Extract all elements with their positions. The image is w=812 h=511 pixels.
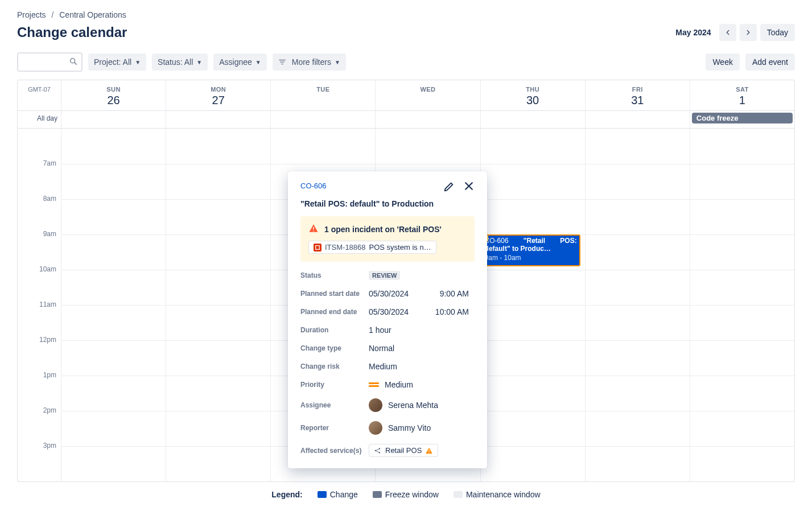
day-number: 1 — [690, 94, 794, 107]
field-value: 1 hour — [369, 325, 391, 335]
svg-rect-3 — [316, 245, 320, 249]
today-button[interactable]: Today — [760, 24, 795, 41]
incident-link[interactable]: ITSM-18868 POS system is n… — [308, 241, 436, 254]
time-label: 9am — [18, 230, 61, 265]
svg-rect-8 — [429, 452, 430, 452]
month-label: May 2024 — [675, 28, 711, 37]
field-value: Medium — [385, 380, 413, 389]
day-name: TUE — [271, 86, 375, 93]
day-name: MON — [166, 86, 270, 93]
week-button[interactable]: Week — [706, 53, 740, 71]
field-value: 05/30/2024 — [369, 289, 409, 298]
svg-rect-7 — [429, 450, 430, 452]
field-label: Affected service(s) — [300, 447, 369, 455]
field-label: Status — [300, 271, 369, 279]
assignee-filter[interactable]: Assignee▼ — [213, 53, 267, 71]
incident-title: POS system is n… — [369, 243, 431, 252]
legend-item-freeze: Freeze window — [373, 490, 439, 499]
svg-point-4 — [375, 450, 376, 451]
search-input[interactable] — [22, 57, 69, 67]
day-number: 30 — [481, 94, 585, 107]
close-icon[interactable] — [463, 180, 475, 195]
time-label: 8am — [18, 195, 61, 230]
day-name: SAT — [690, 86, 794, 93]
svg-point-0 — [71, 58, 75, 63]
chevron-right-icon — [744, 28, 752, 36]
time-label: 1pm — [18, 371, 61, 406]
field-value: Serena Mehta — [388, 401, 438, 410]
prev-button[interactable] — [719, 24, 736, 41]
svg-point-5 — [379, 448, 380, 449]
priority-medium-icon — [369, 382, 379, 387]
timezone-label: GMT-07 — [18, 80, 61, 110]
time-label: 11am — [18, 300, 61, 336]
time-label: 2pm — [18, 406, 61, 442]
field-value: Normal — [369, 344, 394, 353]
field-label: Planned end date — [300, 308, 369, 316]
time-label: 3pm — [18, 442, 61, 477]
status-filter[interactable]: Status: All▼ — [152, 53, 208, 71]
status-badge: REVIEW — [369, 271, 400, 280]
share-icon — [374, 447, 382, 455]
next-button[interactable] — [740, 24, 757, 41]
field-label: Priority — [300, 381, 369, 389]
search-input-wrap[interactable] — [17, 52, 83, 72]
legend-label: Legend: — [271, 490, 302, 499]
chevron-left-icon — [724, 28, 732, 36]
project-filter[interactable]: Project: All▼ — [88, 53, 146, 71]
event-popover: CO-606 "Retail POS: default" to Producti… — [288, 171, 487, 468]
day-number: 26 — [61, 94, 166, 107]
field-value: 9:00 AM — [440, 289, 469, 298]
warning-triangle-icon — [308, 223, 319, 235]
field-label: Planned start date — [300, 290, 369, 298]
svg-rect-1 — [313, 227, 314, 230]
time-label: 12pm — [18, 336, 61, 371]
service-lozenge[interactable]: Retail POS — [369, 444, 438, 457]
calendar-event[interactable]: CO-606 "Retail POS: default" to Produc… … — [481, 234, 580, 266]
avatar — [369, 421, 382, 435]
field-label: Duration — [300, 326, 369, 334]
warning-text: 1 open incident on 'Retail POS' — [324, 225, 442, 234]
day-name: THU — [481, 86, 585, 93]
avatar — [369, 398, 382, 412]
svg-point-6 — [379, 452, 380, 453]
breadcrumb-project[interactable]: Central Operations — [59, 10, 126, 19]
field-value: Medium — [369, 362, 397, 371]
filter-icon — [278, 58, 286, 66]
field-value: 05/30/2024 — [369, 307, 409, 316]
legend-item-change: Change — [318, 490, 358, 499]
edit-icon[interactable] — [443, 180, 455, 195]
time-label: 10am — [18, 265, 61, 300]
time-label — [18, 124, 61, 159]
breadcrumb: Projects / Central Operations — [17, 10, 795, 19]
event-key: CO-606 — [485, 237, 509, 245]
field-label: Change type — [300, 344, 369, 352]
search-icon — [69, 57, 78, 68]
service-name: Retail POS — [385, 446, 422, 455]
incident-id: ITSM-18868 — [325, 243, 366, 252]
more-filters-button[interactable]: More filters▼ — [273, 53, 346, 71]
svg-rect-2 — [313, 230, 314, 232]
day-name: SUN — [61, 86, 166, 93]
field-value: 10:00 AM — [435, 307, 469, 316]
incident-warning: 1 open incident on 'Retail POS' ITSM-188… — [300, 216, 475, 262]
page-title: Change calendar — [17, 24, 127, 40]
freeze-event[interactable]: Code freeze — [692, 113, 793, 123]
day-name: FRI — [586, 86, 690, 93]
time-label: 7am — [18, 159, 61, 195]
field-value: Sammy Vito — [388, 423, 431, 432]
add-event-button[interactable]: Add event — [745, 53, 795, 71]
day-number: 31 — [586, 94, 690, 107]
issue-link[interactable]: CO-606 — [300, 182, 327, 190]
breadcrumb-projects[interactable]: Projects — [17, 10, 46, 19]
event-time: 9am - 10am — [485, 254, 577, 262]
field-label: Assignee — [300, 401, 369, 409]
day-number: 27 — [166, 94, 270, 107]
day-name: WED — [376, 86, 480, 93]
legend-item-maint: Maintenance window — [454, 490, 541, 499]
warning-triangle-icon — [425, 447, 433, 455]
incident-icon — [314, 244, 321, 252]
field-label: Change risk — [300, 362, 369, 370]
field-label: Reporter — [300, 424, 369, 432]
popover-title: "Retail POS: default" to Production — [300, 199, 475, 208]
